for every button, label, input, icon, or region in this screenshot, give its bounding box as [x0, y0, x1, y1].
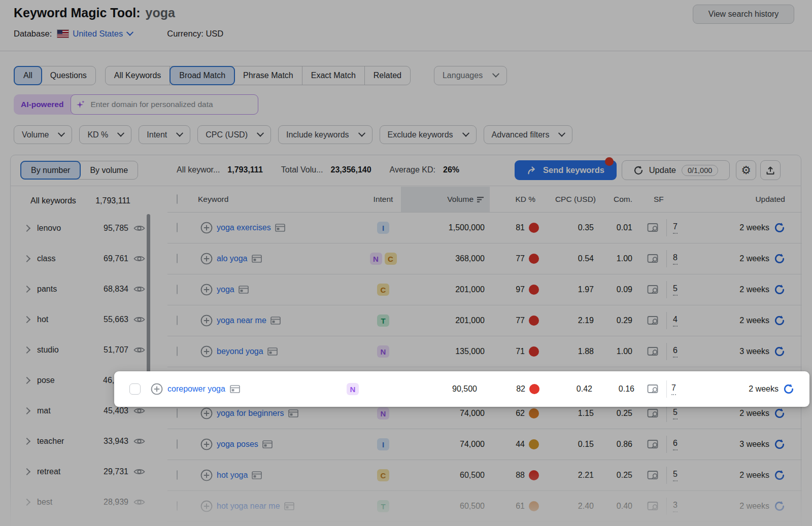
keyword-link[interactable]: hot yoga — [217, 471, 248, 480]
add-keyword-icon[interactable] — [200, 407, 213, 419]
refresh-icon[interactable] — [774, 470, 785, 481]
serp-features-icon[interactable] — [647, 470, 660, 481]
languages-dropdown[interactable]: Languages — [434, 66, 507, 85]
domain-input[interactable] — [71, 94, 258, 115]
eye-icon[interactable] — [133, 255, 145, 263]
tab-all-keywords[interactable]: All Keywords — [106, 66, 170, 85]
refresh-icon[interactable] — [783, 383, 794, 395]
sidebar-group-retreat[interactable]: retreat 29,731 — [10, 457, 152, 487]
serp-features-icon[interactable] — [647, 253, 660, 264]
refresh-icon[interactable] — [774, 315, 785, 326]
keyword-card-icon[interactable] — [252, 255, 262, 263]
sidebar-group-class[interactable]: class 69,761 — [10, 243, 152, 274]
sidebar-group-best[interactable]: best 28,939 — [10, 487, 152, 517]
keyword-link[interactable]: yoga near me — [217, 316, 266, 325]
table-row-yoga-exercises[interactable]: yoga exercises I 1,500,000 81 0.35 0.01 … — [167, 213, 802, 243]
add-keyword-icon[interactable] — [200, 253, 213, 265]
add-keyword-icon[interactable] — [200, 284, 213, 296]
keyword-link[interactable]: corepower yoga — [167, 384, 225, 394]
row-checkbox[interactable] — [177, 346, 178, 356]
filter-kd[interactable]: KD % — [79, 125, 131, 144]
sidebar-scrollbar-thumb[interactable] — [147, 214, 150, 398]
select-all-checkbox[interactable] — [177, 194, 178, 204]
row-checkbox[interactable] — [177, 470, 178, 480]
row-checkbox[interactable] — [129, 383, 141, 395]
send-keywords-button[interactable]: Send keywords — [515, 160, 617, 180]
tab-all[interactable]: All — [14, 66, 42, 85]
table-row-yoga[interactable]: yoga C 201,000 97 1.97 0.09 5 2 weeks — [167, 274, 802, 305]
row-checkbox[interactable] — [177, 285, 178, 294]
keyword-link[interactable]: yoga exercises — [217, 223, 271, 232]
serp-features-icon[interactable] — [647, 371, 660, 407]
column-header-volume[interactable]: Volume — [401, 187, 490, 212]
sidebar-group-hot[interactable]: hot 55,663 — [10, 304, 152, 335]
serp-features-icon[interactable] — [647, 284, 660, 295]
tab-by-volume[interactable]: By volume — [80, 161, 138, 179]
filter-volume[interactable]: Volume — [14, 125, 72, 144]
add-keyword-icon[interactable] — [151, 383, 163, 395]
add-keyword-icon[interactable] — [200, 314, 213, 327]
filter-advanced-filters[interactable]: Advanced filters — [484, 125, 573, 144]
tab-questions[interactable]: Questions — [42, 66, 95, 85]
tab-broad-match[interactable]: Broad Match — [170, 66, 235, 85]
refresh-icon[interactable] — [774, 284, 785, 295]
keyword-card-icon[interactable] — [267, 347, 278, 356]
keyword-link[interactable]: yoga poses — [217, 440, 258, 449]
database-selector[interactable]: United States — [73, 29, 132, 39]
filter-include-keywords[interactable]: Include keywords — [278, 125, 373, 144]
sidebar-group-pants[interactable]: pants 68,834 — [10, 274, 152, 304]
table-row-beyond-yoga[interactable]: beyond yoga N 135,000 71 1.88 1.00 6 3 w… — [167, 336, 802, 367]
refresh-icon[interactable] — [774, 439, 785, 450]
keyword-card-icon[interactable] — [288, 409, 298, 417]
highlighted-row-corepower-yoga[interactable]: corepower yoga N 90,500 82 0.42 0.16 7 2… — [114, 371, 809, 407]
refresh-icon[interactable] — [774, 253, 785, 264]
add-keyword-icon[interactable] — [200, 500, 213, 512]
sidebar-group-lenovo[interactable]: lenovo 95,785 — [10, 213, 152, 243]
table-row-hot-yoga-near-me[interactable]: hot yoga near me T 60,500 61 2.40 0.40 3… — [167, 491, 802, 522]
serp-features-icon[interactable] — [647, 346, 660, 357]
keyword-link[interactable]: alo yoga — [217, 254, 248, 263]
view-search-history-button[interactable]: View search history — [693, 5, 794, 24]
eye-icon[interactable] — [133, 315, 145, 324]
settings-button[interactable]: ⚙ — [736, 160, 756, 180]
eye-icon[interactable] — [133, 407, 145, 415]
table-row-yoga-poses[interactable]: yoga poses I 74,000 44 0.15 0.86 6 3 wee… — [167, 429, 802, 460]
keyword-card-icon[interactable] — [239, 286, 249, 294]
keyword-card-icon[interactable] — [284, 502, 294, 510]
row-checkbox[interactable] — [177, 501, 178, 511]
sidebar-all-keywords[interactable]: All keywords 1,793,111 — [10, 189, 152, 213]
eye-icon[interactable] — [133, 498, 145, 506]
refresh-icon[interactable] — [774, 346, 785, 357]
serp-features-icon[interactable] — [647, 501, 660, 512]
keyword-link[interactable]: yoga for beginners — [217, 409, 284, 418]
sidebar-group-studio[interactable]: studio 51,707 — [10, 335, 152, 365]
add-keyword-icon[interactable] — [200, 469, 213, 481]
eye-icon[interactable] — [133, 468, 145, 476]
tab-by-number[interactable]: By number — [20, 161, 81, 180]
eye-icon[interactable] — [133, 346, 145, 354]
eye-icon[interactable] — [133, 437, 145, 445]
keyword-card-icon[interactable] — [252, 471, 262, 479]
tab-phrase-match[interactable]: Phrase Match — [234, 66, 302, 85]
row-checkbox[interactable] — [177, 315, 178, 325]
serp-features-icon[interactable] — [647, 222, 660, 233]
eye-icon[interactable] — [133, 285, 145, 293]
update-button[interactable]: Update 0/1,000 — [622, 160, 730, 180]
eye-icon[interactable] — [133, 224, 145, 232]
add-keyword-icon[interactable] — [200, 222, 213, 234]
row-checkbox[interactable] — [177, 439, 178, 449]
filter-exclude-keywords[interactable]: Exclude keywords — [380, 125, 477, 144]
keyword-link[interactable]: yoga — [217, 285, 234, 294]
filter-intent[interactable]: Intent — [139, 125, 190, 144]
keyword-card-icon[interactable] — [230, 385, 240, 393]
filter-cpc-usd[interactable]: CPC (USD) — [197, 125, 271, 144]
sidebar-group-teacher[interactable]: teacher 33,943 — [10, 426, 152, 457]
table-row-alo-yoga[interactable]: alo yoga NC 368,000 77 0.54 1.00 8 2 wee… — [167, 243, 802, 274]
row-checkbox[interactable] — [177, 223, 178, 232]
table-row-yoga-near-me[interactable]: yoga near me T 201,000 77 2.19 0.29 4 2 … — [167, 305, 802, 336]
export-button[interactable] — [760, 160, 781, 180]
add-keyword-icon[interactable] — [200, 345, 213, 358]
add-keyword-icon[interactable] — [200, 438, 213, 450]
keyword-link[interactable]: beyond yoga — [217, 347, 263, 356]
keyword-card-icon[interactable] — [270, 317, 281, 325]
